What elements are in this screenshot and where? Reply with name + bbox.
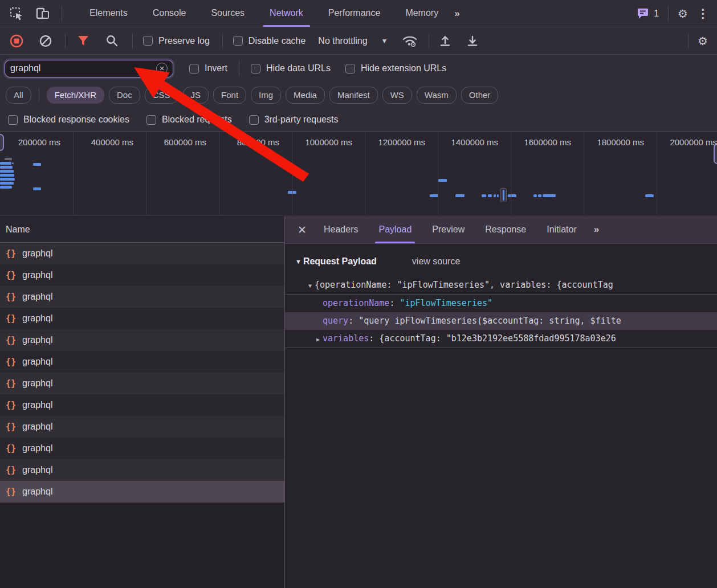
filter-text-input[interactable]: graphql ✕: [5, 60, 173, 77]
preserve-log-checkbox[interactable]: Preserve log: [143, 36, 210, 46]
payload-row-query[interactable]: query: "query ipFlowTimeseries($accountT…: [285, 312, 717, 330]
filter-chip-all[interactable]: All: [6, 87, 31, 104]
request-row[interactable]: {}graphql: [0, 243, 284, 264]
device-toolbar-icon[interactable]: [35, 7, 50, 21]
timeline-tick-label: 1000000 ms: [278, 137, 352, 147]
network-settings-gear-icon[interactable]: ⚙: [698, 35, 708, 47]
section-collapse-caret-icon[interactable]: ▼: [295, 258, 302, 265]
more-tabs-icon[interactable]: »: [454, 8, 458, 19]
more-options-icon[interactable]: ⋮: [697, 7, 709, 21]
checkbox-blocked-requests[interactable]: Blocked requests: [146, 115, 232, 125]
filter-chip-ws[interactable]: WS: [382, 87, 412, 104]
disable-cache-checkbox[interactable]: Disable cache: [233, 36, 306, 46]
timeline-request-bar: [508, 194, 516, 197]
timeline-request-bar: [0, 186, 12, 189]
import-har-icon[interactable]: [438, 34, 452, 48]
chips-divider: [39, 88, 39, 102]
request-row[interactable]: {}graphql: [0, 438, 284, 459]
payload-summary-text: {operationName: "ipFlowTimeseries", vari…: [315, 280, 613, 290]
detail-tab-initiator[interactable]: Initiator: [536, 216, 586, 243]
request-row[interactable]: {}graphql: [0, 308, 284, 329]
tab-sources[interactable]: Sources: [198, 0, 257, 27]
hide-extension-urls-checkbox[interactable]: Hide extension URLs: [345, 63, 446, 74]
invert-label: Invert: [205, 63, 227, 74]
payload-value: "query ipFlowTimeseries($accountTag: str…: [358, 316, 621, 326]
payload-summary-row[interactable]: ▼{operationName: "ipFlowTimeseries", var…: [285, 276, 717, 294]
request-row[interactable]: {}graphql: [0, 351, 284, 373]
issues-counter[interactable]: 1: [637, 7, 659, 19]
filter-chip-manifest[interactable]: Manifest: [329, 87, 378, 104]
filter-chip-other[interactable]: Other: [461, 87, 499, 104]
request-row[interactable]: {}graphql: [0, 329, 284, 351]
name-column-header[interactable]: Name: [0, 216, 284, 243]
filter-chip-img[interactable]: Img: [251, 87, 281, 104]
detail-tab-headers[interactable]: Headers: [313, 216, 368, 243]
record-network-log-icon[interactable]: [9, 34, 24, 48]
devtools-window: ElementsConsoleSourcesNetworkPerformance…: [0, 0, 717, 588]
tab-performance[interactable]: Performance: [316, 0, 393, 27]
request-row[interactable]: {}graphql: [0, 286, 284, 308]
payload-row-operation-name[interactable]: operationName: "ipFlowTimeseries": [285, 295, 717, 312]
tab-elements[interactable]: Elements: [77, 0, 140, 27]
json-braces-icon: {}: [6, 400, 16, 410]
timeline-request-bar: [0, 174, 14, 177]
network-conditions-icon[interactable]: [401, 34, 418, 48]
tab-memory[interactable]: Memory: [393, 0, 451, 27]
checkbox-blocked-response-cookies[interactable]: Blocked response cookies: [8, 115, 129, 125]
more-detail-tabs-icon[interactable]: »: [594, 224, 597, 235]
settings-gear-icon[interactable]: ⚙: [678, 8, 688, 19]
filter-chip-wasm[interactable]: Wasm: [417, 87, 457, 104]
request-row[interactable]: {}graphql: [0, 416, 284, 438]
request-name: graphql: [22, 378, 52, 389]
inspect-element-icon[interactable]: [9, 6, 24, 21]
request-row[interactable]: {}graphql: [0, 373, 284, 394]
clear-network-log-icon[interactable]: [39, 34, 52, 48]
request-row[interactable]: {}graphql: [0, 394, 284, 416]
filter-icon[interactable]: [77, 35, 89, 47]
filter-chip-media[interactable]: Media: [286, 87, 325, 104]
request-details-panel: ✕ HeadersPayloadPreviewResponseInitiator…: [285, 216, 717, 588]
filter-chip-font[interactable]: Font: [213, 87, 246, 104]
devtools-main-tabbar: ElementsConsoleSourcesNetworkPerformance…: [0, 0, 717, 27]
request-row[interactable]: {}graphql: [0, 264, 284, 286]
json-braces-icon: {}: [6, 313, 16, 324]
json-braces-icon: {}: [6, 465, 16, 475]
detail-tab-payload[interactable]: Payload: [368, 216, 422, 243]
hide-data-urls-checkbox[interactable]: Hide data URLs: [251, 63, 331, 74]
json-braces-icon: {}: [6, 443, 16, 454]
checkbox-3rd-party-requests[interactable]: 3rd-party requests: [249, 115, 339, 125]
payload-section-title: Request Payload: [303, 256, 377, 267]
filter-chip-fetch-xhr[interactable]: Fetch/XHR: [47, 87, 104, 104]
filter-chip-js[interactable]: JS: [183, 87, 209, 104]
throttling-select[interactable]: No throttling: [318, 36, 367, 46]
payload-title-row: ▼ Request Payload view source: [285, 251, 717, 272]
toolbar-divider: [132, 34, 133, 48]
tab-console[interactable]: Console: [140, 0, 199, 27]
tab-network[interactable]: Network: [257, 0, 316, 27]
request-row[interactable]: {}graphql: [0, 459, 284, 481]
throttling-dropdown-caret-icon[interactable]: ▼: [381, 37, 388, 45]
detail-tab-response[interactable]: Response: [475, 216, 536, 243]
payload-row-variables[interactable]: ▶variables: {accountTag: "b12e3b2192ee55…: [285, 330, 717, 348]
timeline-request-bar: [482, 194, 486, 197]
timeline-request-bar: [5, 158, 12, 160]
export-har-icon[interactable]: [466, 34, 479, 48]
detail-tab-preview[interactable]: Preview: [422, 216, 475, 243]
timeline-request-bar: [533, 194, 537, 197]
request-row[interactable]: {}graphql: [0, 481, 284, 503]
search-icon[interactable]: [105, 34, 119, 47]
network-overview-timeline[interactable]: 200000 ms400000 ms600000 ms800000 ms1000…: [0, 132, 717, 215]
expand-caret-icon[interactable]: ▼: [305, 277, 315, 294]
key-separator: :: [389, 298, 400, 308]
close-details-icon[interactable]: ✕: [291, 223, 313, 236]
filter-chip-css[interactable]: CSS: [145, 87, 178, 104]
invert-checkbox[interactable]: Invert: [189, 63, 227, 74]
topbar-right-controls: 1 ⚙ ⋮: [637, 6, 709, 21]
view-source-link[interactable]: view source: [412, 256, 460, 267]
timeline-request-bar: [0, 178, 15, 181]
checkbox-box: [233, 36, 243, 46]
clear-filter-icon[interactable]: ✕: [156, 63, 168, 74]
filter-chip-doc[interactable]: Doc: [109, 87, 140, 104]
timeline-tick-label: 1600000 ms: [497, 137, 571, 147]
expand-caret-icon[interactable]: ▶: [313, 330, 323, 348]
